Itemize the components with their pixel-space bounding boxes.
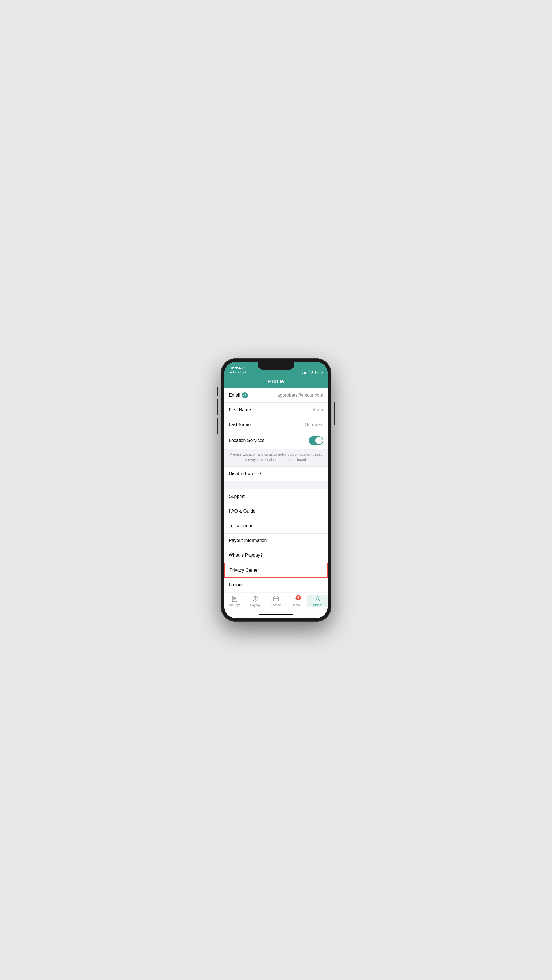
wifi-icon <box>309 371 314 374</box>
surveys-label: Surveys <box>229 603 240 607</box>
tab-inbox[interactable]: 4 Inbox <box>286 595 307 607</box>
tab-payday[interactable]: Payday <box>245 595 266 607</box>
page-title: Profile <box>229 379 323 385</box>
privacy-center-label: Privacy Center <box>229 568 259 573</box>
payout-label: Payout Information <box>229 538 266 543</box>
battery-icon <box>315 371 322 374</box>
last-name-row[interactable]: Last Name Gorobets <box>224 417 328 432</box>
tab-earned[interactable]: Earned <box>266 595 286 607</box>
status-left: 15:54 ◀ Facebook <box>230 365 247 374</box>
last-name-value: Gorobets <box>305 422 323 427</box>
status-time: 15:54 <box>230 365 247 370</box>
last-name-label: Last Name <box>229 422 250 427</box>
svg-marker-0 <box>242 366 245 369</box>
payday-label: What is Payday? <box>229 553 263 558</box>
first-name-label: First Name <box>229 407 251 412</box>
profile-fields-group: Email agorobets@mfour.com First Name Ann… <box>224 388 328 432</box>
earned-label: Earned <box>271 603 281 607</box>
content-area: Email agorobets@mfour.com First Name Ann… <box>224 388 328 618</box>
profile-icon <box>314 595 321 603</box>
logout-row[interactable]: Logout <box>224 578 328 592</box>
phone-screen: 15:54 ◀ Facebook <box>224 362 328 618</box>
home-indicator <box>224 612 328 618</box>
email-value: agorobets@mfour.com <box>278 393 323 398</box>
tell-a-friend-row[interactable]: Tell a Friend <box>224 519 328 533</box>
location-arrow-icon <box>242 366 245 369</box>
payout-row[interactable]: Payout Information <box>224 533 328 548</box>
disable-face-id-row[interactable]: Disable Face ID <box>224 466 328 481</box>
volume-up-button[interactable] <box>217 399 218 415</box>
faq-row[interactable]: FAQ & Guide <box>224 504 328 519</box>
email-label: Email <box>229 393 240 398</box>
location-toggle[interactable] <box>308 436 323 445</box>
wifi-svg <box>309 371 314 374</box>
location-section: Location Services Precise Location allow… <box>224 432 328 466</box>
logout-label: Logout <box>229 582 242 587</box>
svg-rect-1 <box>233 596 237 601</box>
faq-label: FAQ & Guide <box>229 509 255 514</box>
mute-button[interactable] <box>217 387 218 396</box>
tab-profile[interactable]: Profile <box>307 595 328 607</box>
notch <box>258 362 294 370</box>
location-services-label: Location Services <box>229 438 265 443</box>
nav-bar: Profile <box>224 376 328 388</box>
phone-frame: 15:54 ◀ Facebook <box>221 358 331 621</box>
toggle-knob <box>315 437 323 444</box>
tab-surveys[interactable]: Surveys <box>224 595 245 607</box>
payday-row[interactable]: What is Payday? <box>224 548 328 563</box>
location-services-row[interactable]: Location Services <box>224 432 328 449</box>
menu-items-group: Support FAQ & Guide Tell a Friend Payout… <box>224 490 328 592</box>
status-right <box>302 371 322 374</box>
section-divider-1 <box>224 482 328 490</box>
svg-point-5 <box>316 597 318 599</box>
support-label: Support <box>229 494 245 499</box>
location-description: Precise Location allows us to notify you… <box>224 449 328 466</box>
volume-down-button[interactable] <box>217 418 218 434</box>
home-bar <box>259 614 293 616</box>
signal-icon <box>302 371 307 374</box>
power-button[interactable] <box>334 402 335 425</box>
status-bar: 15:54 ◀ Facebook <box>224 362 328 376</box>
back-label[interactable]: ◀ Facebook <box>230 371 247 374</box>
tab-bar: Surveys Payday <box>224 593 328 612</box>
profile-tab-label: Profile <box>313 603 322 607</box>
support-row[interactable]: Support <box>224 490 328 504</box>
payday-label: Payday <box>250 603 260 607</box>
first-name-value: Anna <box>313 407 323 412</box>
svg-rect-3 <box>273 597 279 601</box>
earned-icon <box>272 595 280 603</box>
payday-icon <box>252 595 259 603</box>
email-row[interactable]: Email agorobets@mfour.com <box>224 388 328 402</box>
privacy-center-row[interactable]: Privacy Center <box>224 563 328 578</box>
disable-face-id-label: Disable Face ID <box>229 471 261 476</box>
email-verified-icon <box>242 392 248 398</box>
face-id-group: Disable Face ID <box>224 466 328 481</box>
email-label-group: Email <box>229 392 248 398</box>
inbox-label: Inbox <box>293 603 301 607</box>
inbox-badge: 4 <box>296 595 301 600</box>
tell-a-friend-label: Tell a Friend <box>229 523 254 528</box>
first-name-row[interactable]: First Name Anna <box>224 402 328 417</box>
surveys-icon <box>231 595 238 603</box>
